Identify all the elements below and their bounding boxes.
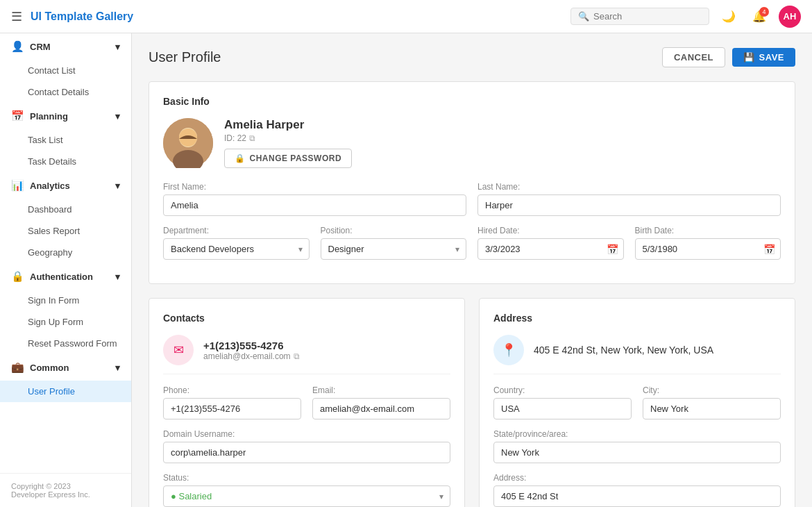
first-name-label: First Name:	[163, 182, 466, 192]
address-row: Address:	[493, 473, 781, 507]
sidebar-group-planning[interactable]: 📅 Planning ▾	[0, 103, 131, 129]
user-name: Amelia Harper	[224, 118, 352, 132]
sidebar-item-sign-up-form[interactable]: Sign Up Form	[0, 311, 131, 333]
contact-email-display: ameliah@dx-email.com ⧉	[203, 351, 300, 361]
domain-username-label: Domain Username:	[163, 429, 450, 439]
domain-username-input[interactable]	[163, 442, 450, 463]
sidebar-group-planning-label: Planning	[30, 111, 68, 122]
cancel-button[interactable]: CANCEL	[662, 47, 725, 67]
app-title: UI Template Gallery	[31, 10, 562, 23]
address-input[interactable]	[493, 485, 781, 507]
position-select-wrapper: Designer	[321, 238, 467, 260]
address-location-icon: 📍	[493, 335, 524, 365]
sidebar-item-dashboard[interactable]: Dashboard	[0, 199, 131, 220]
sidebar-group-authentication-label: Authentication	[30, 272, 93, 282]
crm-icon: 👤	[11, 40, 24, 53]
position-group: Position: Designer	[321, 226, 467, 260]
last-name-group: Last Name:	[477, 182, 781, 216]
birth-date-calendar-icon[interactable]: 📅	[763, 244, 775, 255]
notifications-badge: 4	[759, 7, 769, 17]
hired-date-label: Hired Date:	[477, 226, 624, 235]
last-name-input[interactable]	[477, 194, 781, 216]
domain-username-group: Domain Username:	[163, 429, 450, 463]
sidebar-item-reset-password-form[interactable]: Reset Password Form	[0, 333, 131, 354]
sidebar-group-crm[interactable]: 👤 CRM ▾	[0, 33, 131, 60]
sidebar-item-contact-list[interactable]: Contact List	[0, 60, 131, 81]
state-input[interactable]	[493, 442, 781, 463]
search-icon: 🔍	[578, 11, 589, 22]
copy-id-icon[interactable]: ⧉	[249, 133, 255, 143]
status-label: Status:	[163, 473, 450, 483]
contact-details-info: +1(213)555-4276 ameliah@dx-email.com ⧉	[203, 340, 300, 361]
sidebar-item-task-details[interactable]: Task Details	[0, 151, 131, 172]
sidebar-item-geography[interactable]: Geography	[0, 242, 131, 263]
phone-group: Phone:	[163, 385, 301, 419]
header-actions: CANCEL 💾 SAVE	[662, 47, 795, 67]
city-label: City:	[643, 385, 781, 395]
hired-date-calendar-icon[interactable]: 📅	[607, 244, 618, 255]
birth-date-wrapper: 📅	[635, 238, 781, 260]
save-button[interactable]: 💾 SAVE	[732, 48, 795, 67]
department-select-wrapper: Backend Developers	[163, 238, 310, 260]
main-content: User Profile CANCEL 💾 SAVE Basic Info	[132, 33, 812, 507]
notifications-button[interactable]: 🔔 4	[748, 6, 770, 28]
search-input[interactable]	[593, 11, 702, 22]
country-city-row: Country: City:	[493, 385, 781, 419]
crm-chevron-icon: ▾	[115, 42, 120, 52]
email-label: Email:	[312, 385, 450, 395]
contact-highlight: ✉ +1(213)555-4276 ameliah@dx-email.com ⧉	[163, 335, 450, 374]
planning-chevron-icon: ▾	[115, 111, 120, 122]
country-input[interactable]	[493, 398, 632, 419]
first-name-group: First Name:	[163, 182, 466, 216]
sidebar-item-sales-report[interactable]: Sales Report	[0, 220, 131, 242]
birth-date-label: Birth Date:	[635, 226, 781, 235]
city-input[interactable]	[643, 398, 781, 419]
copy-email-icon[interactable]: ⧉	[294, 351, 300, 361]
sidebar-item-sign-in-form[interactable]: Sign In Form	[0, 290, 131, 311]
main-layout: 👤 CRM ▾ Contact List Contact Details 📅 P…	[0, 33, 812, 507]
phone-input[interactable]	[163, 398, 301, 419]
position-label: Position:	[321, 226, 467, 235]
first-name-input[interactable]	[163, 194, 466, 216]
position-select[interactable]: Designer	[321, 238, 467, 260]
basic-info-title: Basic Info	[163, 96, 781, 107]
hired-date-input[interactable]	[477, 238, 624, 260]
address-group: Address:	[493, 473, 781, 507]
hired-date-wrapper: 📅	[477, 238, 624, 260]
sidebar-item-task-list[interactable]: Task List	[0, 129, 131, 151]
sidebar-item-user-profile[interactable]: User Profile	[0, 381, 131, 402]
sidebar-group-common[interactable]: 💼 Common ▾	[0, 354, 131, 381]
user-header: Amelia Harper ID: 22 ⧉ 🔒 CHANGE PASSWORD	[163, 118, 781, 168]
sidebar-item-contact-details[interactable]: Contact Details	[0, 81, 131, 103]
theme-toggle-button[interactable]: 🌙	[718, 6, 740, 28]
user-profile-avatar	[163, 118, 213, 168]
birth-date-input[interactable]	[635, 238, 781, 260]
common-icon: 💼	[11, 361, 24, 374]
page-title: User Profile	[149, 49, 221, 65]
change-password-button[interactable]: 🔒 CHANGE PASSWORD	[224, 149, 352, 168]
state-row: State/province/area:	[493, 429, 781, 463]
dept-row: Department: Backend Developers Position:…	[163, 226, 781, 260]
sidebar-group-authentication[interactable]: 🔒 Authentication ▾	[0, 263, 131, 290]
email-input[interactable]	[312, 398, 450, 419]
user-avatar-button[interactable]: AH	[779, 6, 801, 28]
sidebar-group-analytics[interactable]: 📊 Analytics ▾	[0, 172, 131, 199]
search-bar[interactable]: 🔍	[570, 8, 709, 25]
department-select[interactable]: Backend Developers	[163, 238, 310, 260]
status-row: Status: ● Salaried	[163, 473, 450, 507]
domain-row: Domain Username:	[163, 429, 450, 463]
page-header: User Profile CANCEL 💾 SAVE	[149, 47, 795, 67]
save-label: SAVE	[759, 52, 784, 63]
user-id: ID: 22 ⧉	[224, 133, 352, 143]
address-card: Address 📍 405 E 42nd St, New York, New Y…	[479, 298, 795, 507]
contacts-card: Contacts ✉ +1(213)555-4276 ameliah@dx-em…	[149, 298, 465, 507]
copyright-line2: Developer Express Inc.	[11, 490, 120, 499]
status-select[interactable]: ● Salaried	[163, 485, 450, 507]
sidebar-group-analytics-label: Analytics	[30, 181, 70, 191]
menu-icon[interactable]: ☰	[11, 9, 22, 24]
analytics-chevron-icon: ▾	[115, 181, 120, 191]
country-label: Country:	[493, 385, 632, 395]
user-info: Amelia Harper ID: 22 ⧉ 🔒 CHANGE PASSWORD	[224, 118, 352, 168]
department-group: Department: Backend Developers	[163, 226, 310, 260]
state-label: State/province/area:	[493, 429, 781, 439]
